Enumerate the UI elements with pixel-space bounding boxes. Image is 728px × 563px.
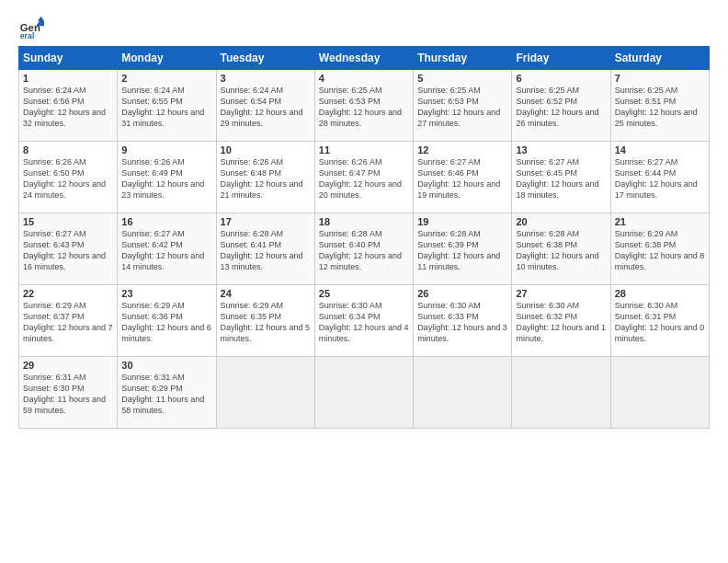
calendar-cell: 6Sunrise: 6:25 AMSunset: 6:52 PMDaylight…: [512, 70, 610, 142]
day-number: 19: [417, 216, 507, 227]
day-content: Sunrise: 6:24 AMSunset: 6:55 PMDaylight:…: [121, 85, 211, 130]
calendar-week-row: 22Sunrise: 6:29 AMSunset: 6:37 PMDayligh…: [19, 285, 710, 357]
day-content: Sunrise: 6:27 AMSunset: 6:46 PMDaylight:…: [417, 156, 507, 201]
day-number: 28: [615, 288, 705, 299]
calendar-cell: 5Sunrise: 6:25 AMSunset: 6:53 PMDaylight…: [414, 70, 512, 142]
day-content: Sunrise: 6:26 AMSunset: 6:47 PMDaylight:…: [319, 156, 409, 201]
column-header-tuesday: Tuesday: [216, 47, 314, 70]
day-number: 11: [319, 144, 409, 155]
calendar-cell: 10Sunrise: 6:26 AMSunset: 6:48 PMDayligh…: [216, 142, 314, 213]
calendar-cell: 21Sunrise: 6:29 AMSunset: 6:38 PMDayligh…: [610, 213, 709, 285]
day-number: 12: [417, 144, 507, 155]
day-content: Sunrise: 6:25 AMSunset: 6:53 PMDaylight:…: [417, 85, 507, 130]
day-number: 4: [319, 73, 409, 84]
column-header-monday: Monday: [118, 47, 216, 70]
calendar-cell: 20Sunrise: 6:28 AMSunset: 6:38 PMDayligh…: [512, 213, 610, 285]
day-content: Sunrise: 6:30 AMSunset: 6:32 PMDaylight:…: [516, 300, 606, 345]
calendar-cell: 12Sunrise: 6:27 AMSunset: 6:46 PMDayligh…: [414, 142, 512, 213]
page-container: Gen eral SundayMondayTuesdayWednesdayThu…: [0, 0, 728, 438]
calendar-cell: [414, 357, 512, 429]
column-header-wednesday: Wednesday: [314, 47, 413, 70]
day-content: Sunrise: 6:25 AMSunset: 6:53 PMDaylight:…: [319, 85, 409, 130]
calendar-cell: 15Sunrise: 6:27 AMSunset: 6:43 PMDayligh…: [19, 213, 118, 285]
day-number: 5: [417, 73, 507, 84]
calendar-cell: [512, 357, 610, 429]
day-number: 18: [319, 216, 409, 227]
day-number: 13: [516, 144, 606, 155]
day-content: Sunrise: 6:31 AMSunset: 6:29 PMDaylight:…: [121, 372, 211, 417]
calendar-week-row: 15Sunrise: 6:27 AMSunset: 6:43 PMDayligh…: [19, 213, 710, 285]
day-number: 9: [121, 144, 211, 155]
calendar-cell: 22Sunrise: 6:29 AMSunset: 6:37 PMDayligh…: [19, 285, 118, 357]
day-number: 17: [221, 216, 311, 227]
calendar-cell: [610, 357, 709, 429]
calendar-week-row: 1Sunrise: 6:24 AMSunset: 6:56 PMDaylight…: [19, 70, 710, 142]
day-number: 8: [23, 144, 113, 155]
day-content: Sunrise: 6:26 AMSunset: 6:48 PMDaylight:…: [221, 156, 311, 201]
day-number: 22: [23, 288, 113, 299]
day-number: 3: [221, 73, 311, 84]
calendar-cell: 28Sunrise: 6:30 AMSunset: 6:31 PMDayligh…: [610, 285, 709, 357]
day-content: Sunrise: 6:29 AMSunset: 6:37 PMDaylight:…: [23, 300, 113, 345]
column-header-thursday: Thursday: [414, 47, 512, 70]
calendar-week-row: 29Sunrise: 6:31 AMSunset: 6:30 PMDayligh…: [19, 357, 710, 429]
calendar-cell: 4Sunrise: 6:25 AMSunset: 6:53 PMDaylight…: [314, 70, 413, 142]
calendar-cell: 18Sunrise: 6:28 AMSunset: 6:40 PMDayligh…: [314, 213, 413, 285]
calendar-cell: 26Sunrise: 6:30 AMSunset: 6:33 PMDayligh…: [414, 285, 512, 357]
day-content: Sunrise: 6:27 AMSunset: 6:43 PMDaylight:…: [23, 228, 113, 273]
calendar-cell: 7Sunrise: 6:25 AMSunset: 6:51 PMDaylight…: [610, 70, 709, 142]
calendar-table: SundayMondayTuesdayWednesdayThursdayFrid…: [18, 46, 710, 429]
day-content: Sunrise: 6:30 AMSunset: 6:34 PMDaylight:…: [319, 300, 409, 345]
calendar-cell: 14Sunrise: 6:27 AMSunset: 6:44 PMDayligh…: [610, 142, 709, 213]
calendar-cell: 9Sunrise: 6:26 AMSunset: 6:49 PMDaylight…: [118, 142, 216, 213]
day-content: Sunrise: 6:28 AMSunset: 6:41 PMDaylight:…: [221, 228, 311, 273]
calendar-cell: 29Sunrise: 6:31 AMSunset: 6:30 PMDayligh…: [19, 357, 118, 429]
svg-text:eral: eral: [20, 31, 35, 40]
day-content: Sunrise: 6:24 AMSunset: 6:54 PMDaylight:…: [221, 85, 311, 130]
day-content: Sunrise: 6:24 AMSunset: 6:56 PMDaylight:…: [23, 85, 113, 130]
day-number: 25: [319, 288, 409, 299]
calendar-cell: 16Sunrise: 6:27 AMSunset: 6:42 PMDayligh…: [118, 213, 216, 285]
calendar-cell: 19Sunrise: 6:28 AMSunset: 6:39 PMDayligh…: [414, 213, 512, 285]
calendar-cell: 30Sunrise: 6:31 AMSunset: 6:29 PMDayligh…: [118, 357, 216, 429]
day-number: 7: [615, 73, 705, 84]
calendar-cell: 1Sunrise: 6:24 AMSunset: 6:56 PMDaylight…: [19, 70, 118, 142]
calendar-week-row: 8Sunrise: 6:26 AMSunset: 6:50 PMDaylight…: [19, 142, 710, 213]
calendar-cell: 11Sunrise: 6:26 AMSunset: 6:47 PMDayligh…: [314, 142, 413, 213]
column-header-sunday: Sunday: [19, 47, 118, 70]
column-header-friday: Friday: [512, 47, 610, 70]
calendar-cell: 27Sunrise: 6:30 AMSunset: 6:32 PMDayligh…: [512, 285, 610, 357]
calendar-cell: 24Sunrise: 6:29 AMSunset: 6:35 PMDayligh…: [216, 285, 314, 357]
day-number: 21: [615, 216, 705, 227]
day-content: Sunrise: 6:27 AMSunset: 6:42 PMDaylight:…: [121, 228, 211, 273]
day-number: 15: [23, 216, 113, 227]
svg-marker-2: [38, 17, 44, 21]
day-content: Sunrise: 6:30 AMSunset: 6:31 PMDaylight:…: [615, 300, 705, 345]
logo: Gen eral: [18, 15, 48, 40]
calendar-cell: 17Sunrise: 6:28 AMSunset: 6:41 PMDayligh…: [216, 213, 314, 285]
calendar-cell: 8Sunrise: 6:26 AMSunset: 6:50 PMDaylight…: [19, 142, 118, 213]
day-content: Sunrise: 6:27 AMSunset: 6:45 PMDaylight:…: [516, 156, 606, 201]
day-content: Sunrise: 6:26 AMSunset: 6:49 PMDaylight:…: [121, 156, 211, 201]
column-header-saturday: Saturday: [610, 47, 709, 70]
calendar-cell: [216, 357, 314, 429]
day-number: 2: [121, 73, 211, 84]
calendar-header-row: SundayMondayTuesdayWednesdayThursdayFrid…: [19, 47, 710, 70]
logo-icon: Gen eral: [18, 15, 44, 40]
day-content: Sunrise: 6:28 AMSunset: 6:39 PMDaylight:…: [417, 228, 507, 273]
day-content: Sunrise: 6:28 AMSunset: 6:40 PMDaylight:…: [319, 228, 409, 273]
calendar-cell: 25Sunrise: 6:30 AMSunset: 6:34 PMDayligh…: [314, 285, 413, 357]
day-number: 30: [121, 360, 211, 371]
day-number: 24: [221, 288, 311, 299]
calendar-cell: 2Sunrise: 6:24 AMSunset: 6:55 PMDaylight…: [118, 70, 216, 142]
day-number: 1: [23, 73, 113, 84]
day-content: Sunrise: 6:30 AMSunset: 6:33 PMDaylight:…: [417, 300, 507, 345]
calendar-cell: 23Sunrise: 6:29 AMSunset: 6:36 PMDayligh…: [118, 285, 216, 357]
day-content: Sunrise: 6:29 AMSunset: 6:38 PMDaylight:…: [615, 228, 705, 273]
day-number: 6: [516, 73, 606, 84]
day-number: 23: [121, 288, 211, 299]
day-number: 29: [23, 360, 113, 371]
header: Gen eral: [18, 15, 710, 40]
day-number: 26: [417, 288, 507, 299]
day-number: 20: [516, 216, 606, 227]
